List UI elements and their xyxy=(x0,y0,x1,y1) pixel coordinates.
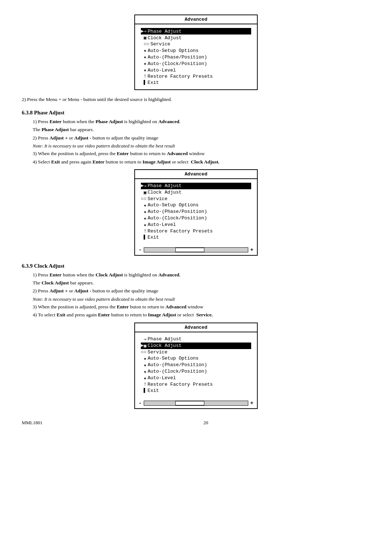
menu1-icon-service: ○○ xyxy=(144,41,150,47)
menu1-item-auto-clock[interactable]: ★ Auto-(Clock/Position) xyxy=(141,60,251,67)
menu1-item-auto-setup[interactable]: ★ Auto-Setup Options xyxy=(141,47,251,54)
menu2-item-phase-adjust[interactable]: ► ⇒ Phase Adjust xyxy=(141,183,251,189)
menu1-label-auto-phase: Auto-(Phase/Position) xyxy=(148,54,207,60)
menu2-item-exit[interactable]: ▌ Exit xyxy=(141,234,251,240)
menu3-icon-auto-setup: ★ xyxy=(141,356,147,361)
menu2-body: ► ⇒ Phase Adjust ▣ Clock Adjust ○○ Servi… xyxy=(135,179,257,244)
page-number: 20 xyxy=(42,420,369,426)
menu2-icon-service: ○○ xyxy=(141,196,147,202)
caption1: 2) Press the Menu + or Menu - button unt… xyxy=(22,97,370,102)
menu3-title: Advanced xyxy=(135,323,257,332)
menu3-slider-plus[interactable]: + xyxy=(250,400,253,406)
menu2-icon-auto-clock: ★ xyxy=(141,215,147,221)
menu3-label-auto-clock: Auto-(Clock/Position) xyxy=(148,369,207,374)
menu1-body: ► ⇒ Phase Adjust ▣ Clock Adjust ○○ Servi… xyxy=(135,24,257,89)
menu2-title: Advanced xyxy=(135,170,257,179)
menu1-item-exit[interactable]: ▌ Exit xyxy=(141,80,251,86)
menu3-label-auto-level: Auto-Level xyxy=(148,375,176,381)
menu1-title: Advanced xyxy=(135,15,257,24)
menu3-slider-thumb[interactable] xyxy=(175,401,204,405)
menu2-item-service[interactable]: ○○ Service xyxy=(141,196,251,202)
menu1-label-auto-clock: Auto-(Clock/Position) xyxy=(148,61,207,66)
section-639-line5: 4) To select Exit and press again Enter … xyxy=(33,311,370,319)
menu2-label-clock: Clock Adjust xyxy=(148,190,182,195)
menu3-item-phase-adjust[interactable]: ⇒ Phase Adjust xyxy=(141,336,251,343)
menu2-label-auto-level: Auto-Level xyxy=(148,222,176,227)
menu1-item-phase-adjust[interactable]: ► ⇒ Phase Adjust xyxy=(141,28,251,35)
menu2-icon-auto-phase: ★ xyxy=(141,209,147,215)
section-639-line1: 1) Press Enter button when the Clock Adj… xyxy=(33,271,370,279)
menu2-label-service: Service xyxy=(148,196,168,202)
menu3-label-restore: Restore Factory Presets xyxy=(148,382,213,387)
menu3-item-auto-phase[interactable]: ★ Auto-(Phase/Position) xyxy=(141,362,251,368)
menu3-slider-track[interactable] xyxy=(144,401,248,406)
menu1-icon-exit: ▌ xyxy=(141,80,147,85)
menu1-item-service[interactable]: ○○ Service xyxy=(141,41,251,47)
menu3-slider-row: - + xyxy=(135,397,257,408)
menu1-icon-clock: ▣ xyxy=(144,35,147,41)
menu1-item-auto-phase[interactable]: ★ Auto-(Phase/Position) xyxy=(141,54,251,60)
menu3-item-auto-setup[interactable]: ★ Auto-Setup Options xyxy=(141,355,251,362)
menu-box-3: Advanced ⇒ Phase Adjust ► ▣ Clock Adjust… xyxy=(22,323,370,409)
menu2-label-auto-phase: Auto-(Phase/Position) xyxy=(148,209,207,214)
menu2-slider-row: - + xyxy=(135,244,257,255)
menu2-item-clock[interactable]: ▣ Clock Adjust xyxy=(141,189,251,196)
menu3-item-exit[interactable]: ▌ Exit xyxy=(141,388,251,394)
footer-right xyxy=(369,420,370,426)
menu2-slider-track[interactable] xyxy=(144,247,248,252)
section-639-line2: The Clock Adjust bar appears. xyxy=(33,279,370,287)
menu2-icon-exit: ▌ xyxy=(141,235,147,240)
menu2-label-restore: Restore Factory Presets xyxy=(148,228,213,234)
menu3-item-service[interactable]: ○○ Service xyxy=(141,349,251,355)
menu2-label-auto-setup: Auto-Setup Options xyxy=(148,202,199,208)
menu1-arrow-phase: ► xyxy=(141,29,144,34)
section-639-heading: 6.3.9 Clock Adjust xyxy=(22,263,370,269)
menu3-body: ⇒ Phase Adjust ► ▣ Clock Adjust ○○ Servi… xyxy=(135,332,257,397)
menu1-label-phase: Phase Adjust xyxy=(148,29,182,34)
menu3-icon-service: ○○ xyxy=(141,349,147,355)
menu3-label-auto-setup: Auto-Setup Options xyxy=(148,356,199,361)
menu3-label-phase: Phase Adjust xyxy=(148,336,182,342)
menu2-item-auto-level[interactable]: ★ Auto-Level xyxy=(141,222,251,228)
menu2-icon-restore: ! xyxy=(141,228,147,234)
menu-box-1: Advanced ► ⇒ Phase Adjust ▣ Clock Adjust… xyxy=(22,15,370,90)
menu1-arrow-clock xyxy=(141,35,144,41)
menu2-arrow-clock xyxy=(141,190,144,195)
menu3-label-service: Service xyxy=(148,349,168,355)
menu2-slider-minus[interactable]: - xyxy=(139,247,142,253)
menu2-label-exit: Exit xyxy=(148,235,159,240)
menu1-icon-restore: ! xyxy=(141,74,147,79)
section-638-line2: The Phase Adjust bar appears. xyxy=(33,126,370,133)
menu1-icon-auto-setup: ★ xyxy=(141,48,147,53)
menu2-slider-thumb[interactable] xyxy=(175,248,204,252)
menu2-item-auto-phase[interactable]: ★ Auto-(Phase/Position) xyxy=(141,208,251,215)
menu3-slider-minus[interactable]: - xyxy=(139,400,142,406)
menu1-item-auto-level[interactable]: ★ Auto-Level xyxy=(141,67,251,73)
menu3-label-exit: Exit xyxy=(148,388,159,393)
menu1-arrow-service xyxy=(141,41,144,47)
menu2-item-restore[interactable]: ! Restore Factory Presets xyxy=(141,228,251,234)
menu2-item-auto-setup[interactable]: ★ Auto-Setup Options xyxy=(141,202,251,208)
menu1-item-clock[interactable]: ▣ Clock Adjust xyxy=(141,35,251,41)
menu3-item-auto-clock[interactable]: ★ Auto-(Clock/Position) xyxy=(141,368,251,375)
menu2-slider-plus[interactable]: + xyxy=(250,247,253,253)
menu2-label-phase: Phase Adjust xyxy=(148,183,182,189)
menu2-icon-auto-level: ★ xyxy=(141,222,147,228)
menu1-icon-phase: ⇒ xyxy=(144,28,147,34)
section-638-note: Note: It is necessary to use video patte… xyxy=(33,142,370,150)
menu1-item-restore[interactable]: ! Restore Factory Presets xyxy=(141,73,251,80)
menu2-icon-phase: ⇒ xyxy=(144,183,147,189)
menu-box-2: Advanced ► ⇒ Phase Adjust ▣ Clock Adjust… xyxy=(22,169,370,256)
menu2-item-auto-clock[interactable]: ★ Auto-(Clock/Position) xyxy=(141,215,251,222)
menu3-item-auto-level[interactable]: ★ Auto-Level xyxy=(141,375,251,381)
menu3-item-restore[interactable]: ! Restore Factory Presets xyxy=(141,381,251,388)
menu1-label-clock: Clock Adjust xyxy=(148,35,182,41)
section-638-heading: 6.3.8 Phase Adjust xyxy=(22,110,370,116)
menu3-item-clock[interactable]: ► ▣ Clock Adjust xyxy=(141,343,251,349)
menu3-icon-exit: ▌ xyxy=(141,388,147,393)
menu3-label-auto-phase: Auto-(Phase/Position) xyxy=(148,362,207,368)
menu3-icon-auto-clock: ★ xyxy=(141,369,147,374)
section-638-line1: 1) Press Enter button when the Phase Adj… xyxy=(33,118,370,125)
menu1-label-auto-setup: Auto-Setup Options xyxy=(148,48,199,53)
section-638-line3: 2) Press Adjust + or Adjust - button to … xyxy=(33,134,370,142)
